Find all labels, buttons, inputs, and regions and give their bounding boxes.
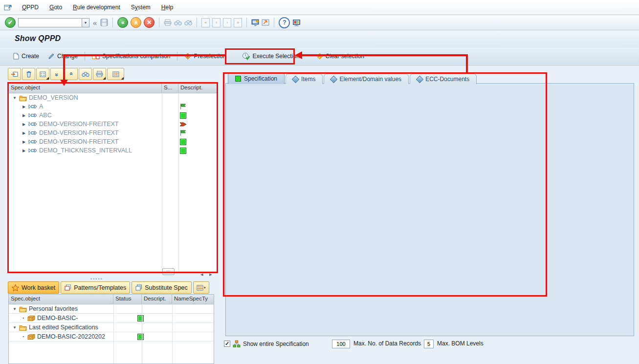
spec-object-icon (28, 139, 37, 144)
expanded-caret-icon[interactable]: ▼ (12, 96, 17, 100)
collapsed-caret-icon[interactable]: ▶ (22, 105, 26, 109)
collapse-all-icon[interactable]: » (65, 68, 78, 80)
print-icon[interactable] (164, 19, 172, 26)
tree-row[interactable]: ▼ DEMO_VERSION (9, 93, 217, 102)
menu-goto[interactable]: Goto (44, 2, 67, 12)
collapsed-caret-icon[interactable]: ▶ (22, 149, 26, 153)
delete-icon[interactable] (22, 68, 35, 80)
list-item[interactable]: · DEMO-BASIC-20220202 (9, 332, 214, 342)
tree-row[interactable]: ▶ DEMO-VERSION-FREITEXT (9, 137, 217, 146)
max-bom-levels-input[interactable] (424, 340, 434, 348)
command-input[interactable] (18, 18, 82, 27)
collapsed-caret-icon[interactable]: ▶ (22, 131, 26, 135)
scroll-left-icon[interactable]: ◂ (200, 271, 203, 278)
list-item[interactable]: ▼ Last edited Specifications (9, 323, 214, 332)
substitute-icon (135, 284, 142, 291)
comparison-icon (92, 53, 100, 60)
max-data-records-label: Max. No. of Data Records (353, 340, 421, 347)
cancel-icon[interactable]: ✕ (144, 17, 154, 28)
menu-qppd[interactable]: QPPD (17, 2, 44, 12)
toolbar-separator (197, 18, 197, 27)
expanded-caret-icon[interactable]: ▼ (12, 325, 17, 330)
tab-patterns-templates[interactable]: Patterns/Templates (61, 281, 130, 294)
list-item[interactable]: ▼ Personal favorites (9, 304, 214, 314)
list-item[interactable]: · DEMO-BASIC- (9, 314, 214, 323)
column-header-status[interactable]: Status (113, 295, 142, 304)
find-next-icon[interactable] (184, 20, 192, 26)
tree-row[interactable]: ▶ ABC (9, 111, 217, 120)
previous-page-icon[interactable]: ‹ (212, 18, 220, 27)
tab-specification[interactable]: Specification (228, 72, 285, 84)
workbasket-header: Spec.object Status Descript. NameSpecTy (9, 295, 214, 304)
scrollbar-thumb[interactable]: ⋯ (162, 268, 175, 275)
execute-selection-button[interactable]: Execute Selection (238, 50, 304, 62)
help-icon[interactable]: ? (279, 17, 290, 28)
max-bom-levels-label: Max. BOM Levels (437, 340, 484, 347)
column-header-spec-object[interactable]: Spec.object (9, 295, 113, 304)
folder-open-icon (19, 95, 27, 101)
star-icon (12, 284, 19, 291)
clear-selection-button[interactable]: Clear selection (312, 51, 369, 62)
back-icon[interactable]: « (117, 17, 128, 28)
status-green-square-icon (137, 315, 144, 321)
expand-all-icon[interactable]: » (50, 68, 64, 80)
print-tree-icon[interactable]: ◢ (93, 68, 106, 80)
status-green-flag-icon (179, 103, 186, 110)
find-icon[interactable] (174, 20, 182, 26)
tab-element-domain-values[interactable]: Element/Domain values (324, 74, 409, 84)
layout-menu-icon[interactable] (292, 19, 301, 26)
tab-work-basket[interactable]: Work basket (8, 281, 59, 294)
tree-row[interactable]: ▶ A (9, 102, 217, 111)
menu-help[interactable]: Help (156, 2, 179, 12)
transfer-selection-icon[interactable] (8, 68, 21, 80)
workbasket-settings-icon[interactable]: ▾ (193, 281, 209, 294)
collapsed-caret-icon[interactable]: ▶ (22, 113, 26, 118)
scroll-right-icon[interactable]: ▸ (209, 271, 212, 278)
detail-view-icon[interactable]: ◢ (36, 68, 49, 80)
collapsed-caret-icon[interactable]: ▶ (22, 122, 26, 127)
create-button[interactable]: Create (9, 51, 44, 62)
first-page-icon[interactable]: « (201, 18, 210, 27)
last-page-icon[interactable]: » (234, 18, 242, 27)
exit-icon[interactable]: ∧ (131, 17, 141, 28)
save-icon[interactable] (100, 19, 108, 26)
column-header-spec-object[interactable]: Spec.object (9, 84, 162, 93)
max-data-records-input[interactable] (332, 340, 350, 348)
show-entire-specification-checkbox[interactable]: ✓ (224, 341, 230, 347)
sap-menu-icon[interactable] (4, 4, 13, 11)
blue-diamond-icon (416, 75, 424, 83)
enter-icon[interactable]: ✔ (5, 17, 16, 28)
command-dropdown-icon[interactable]: ▼ (82, 18, 89, 27)
column-header-status[interactable]: S... (162, 84, 178, 93)
tree-row[interactable]: ▶ DEMO-VERSION-FREITEXT (9, 120, 217, 128)
column-header-descript[interactable]: Descript. (142, 295, 172, 304)
new-session-icon[interactable] (251, 19, 259, 26)
menu-system[interactable]: System (126, 2, 156, 12)
create-shortcut-icon[interactable] (262, 19, 269, 26)
change-button[interactable]: Change (44, 51, 82, 62)
status-red-arrow-icon (179, 122, 187, 127)
tree-row[interactable]: ▶ DEMO-VERSION-FREITEXT (9, 128, 217, 137)
collapse-toolbar-icon[interactable]: « (93, 19, 97, 27)
tab-substitute-spec[interactable]: Substitute Spec (132, 281, 192, 294)
menu-rule-development[interactable]: Rule development (67, 2, 126, 12)
selection-tabstrip: Specification Items Element/Domain value… (228, 72, 477, 84)
column-header-namespecty[interactable]: NameSpecTy (172, 295, 214, 304)
find-in-tree-icon[interactable] (79, 68, 92, 80)
specifications-comparison-button[interactable]: Specifications comparison (88, 51, 175, 62)
column-header-descript[interactable]: Descript. (178, 84, 217, 93)
column-divider (113, 304, 114, 364)
collapsed-caret-icon[interactable]: ▶ (22, 140, 26, 144)
column-settings-icon[interactable]: ◢ (107, 68, 124, 80)
tab-ecc-documents[interactable]: ECC-Documents (410, 74, 477, 84)
leaf-bullet: · (22, 333, 25, 340)
page-title: Show QPPD (15, 34, 61, 43)
next-page-icon[interactable]: › (223, 18, 231, 27)
column-divider (142, 304, 142, 364)
expanded-caret-icon[interactable]: ▼ (12, 307, 17, 311)
preselection-button[interactable]: Preselection (180, 51, 230, 62)
tab-items[interactable]: Items (286, 74, 323, 84)
splitter-handle[interactable]: ••••• (90, 277, 103, 281)
tree-row[interactable]: ▶ DEMO_THICKNESS_INTERVALL (9, 146, 217, 155)
command-field[interactable]: ▼ (18, 18, 89, 27)
